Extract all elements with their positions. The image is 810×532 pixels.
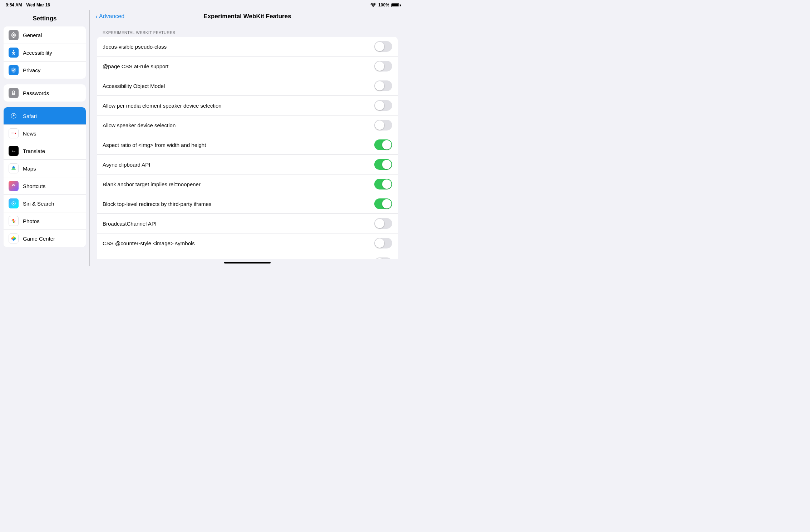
toggle-knob-allow-speaker bbox=[375, 120, 384, 130]
settings-row-page-css: @page CSS at-rule support bbox=[97, 56, 398, 76]
settings-row-focus-visible: :focus-visible pseudo-class bbox=[97, 37, 398, 56]
toggle-knob-css-counter bbox=[375, 258, 384, 259]
feature-label-block-top-level: Block top-level redirects by third-party… bbox=[103, 201, 211, 207]
home-bar bbox=[90, 259, 405, 266]
toggle-page-css[interactable] bbox=[374, 61, 392, 72]
settings-row-accessibility-object-model: Accessibility Object Model bbox=[97, 76, 398, 96]
svg-point-21 bbox=[13, 238, 15, 241]
settings-row-aspect-ratio-img: Aspect ratio of <img> from width and hei… bbox=[97, 135, 398, 155]
feature-label-accessibility-object-model: Accessibility Object Model bbox=[103, 83, 165, 89]
shortcuts-icon bbox=[9, 181, 19, 191]
settings-row-css-counter-image: CSS @counter-style <image> symbols bbox=[97, 233, 398, 253]
translate-icon: Aa bbox=[9, 146, 19, 156]
settings-row-block-top-level: Block top-level redirects by third-party… bbox=[97, 194, 398, 214]
toggle-aspect-ratio-img[interactable] bbox=[374, 139, 392, 150]
status-date: Wed Mar 16 bbox=[26, 3, 50, 8]
sidebar-item-label-safari: Safari bbox=[23, 113, 37, 119]
svg-point-12 bbox=[13, 219, 14, 220]
sidebar-item-label-photos: Photos bbox=[23, 218, 40, 224]
feature-label-blank-anchor: Blank anchor target implies rel=noopener bbox=[103, 181, 201, 187]
toggle-knob-page-css bbox=[375, 61, 384, 71]
main-layout: Settings General bbox=[0, 10, 405, 266]
battery-icon bbox=[391, 3, 399, 8]
toggle-focus-visible[interactable] bbox=[374, 41, 392, 52]
feature-label-page-css: @page CSS at-rule support bbox=[103, 63, 169, 69]
status-bar-left: 9:54 AM Wed Mar 16 bbox=[6, 3, 50, 8]
sidebar-item-accessibility[interactable]: Accessibility bbox=[4, 44, 86, 61]
feature-label-broadcast-channel: BroadcastChannel API bbox=[103, 221, 157, 227]
toggle-knob-css-counter-image bbox=[375, 238, 384, 248]
passwords-icon bbox=[9, 88, 19, 98]
battery-percentage: 100% bbox=[378, 3, 389, 8]
wifi-icon bbox=[370, 3, 376, 8]
settings-row-css-counter: CSS @counter-style bbox=[97, 253, 398, 259]
sidebar-item-label-accessibility: Accessibility bbox=[23, 50, 52, 56]
svg-point-15 bbox=[14, 221, 16, 221]
safari-icon bbox=[9, 111, 19, 121]
right-header-title: Experimental WebKit Features bbox=[203, 13, 291, 20]
sidebar-item-siri[interactable]: Siri & Search bbox=[4, 195, 86, 212]
toggle-broadcast-channel[interactable] bbox=[374, 218, 392, 229]
svg-point-13 bbox=[13, 222, 14, 223]
sidebar-item-safari[interactable]: Safari bbox=[4, 107, 86, 125]
sidebar-item-label-gamecenter: Game Center bbox=[23, 236, 55, 242]
sidebar-item-news[interactable]: News bbox=[4, 125, 86, 142]
toggle-knob-focus-visible bbox=[375, 42, 384, 51]
sidebar-item-label-privacy: Privacy bbox=[23, 67, 40, 73]
sidebar-title: Settings bbox=[0, 14, 89, 26]
sidebar-item-maps[interactable]: Maps bbox=[4, 160, 86, 177]
toggle-async-clipboard[interactable] bbox=[374, 159, 392, 170]
feature-label-css-counter-image: CSS @counter-style <image> symbols bbox=[103, 240, 195, 246]
sidebar-item-photos[interactable]: Photos bbox=[4, 212, 86, 230]
photos-icon bbox=[9, 216, 19, 226]
svg-point-3 bbox=[13, 94, 14, 94]
svg-point-14 bbox=[11, 221, 13, 221]
status-bar-right: 100% bbox=[370, 3, 399, 8]
right-header: ‹ Advanced Experimental WebKit Features bbox=[90, 10, 405, 23]
toggle-knob-async-clipboard bbox=[382, 160, 391, 169]
gamecenter-icon bbox=[9, 233, 19, 243]
toggle-css-counter[interactable] bbox=[374, 257, 392, 259]
content-area: EXPERIMENTAL WEBKIT FEATURES :focus-visi… bbox=[90, 23, 405, 259]
section-header: EXPERIMENTAL WEBKIT FEATURES bbox=[97, 30, 398, 35]
toggle-knob-broadcast-channel bbox=[375, 219, 384, 228]
toggle-blank-anchor[interactable] bbox=[374, 179, 392, 189]
settings-row-broadcast-channel: BroadcastChannel API bbox=[97, 214, 398, 233]
settings-row-blank-anchor: Blank anchor target implies rel=noopener bbox=[97, 174, 398, 194]
news-icon bbox=[9, 128, 19, 138]
toggle-accessibility-object-model[interactable] bbox=[374, 80, 392, 91]
sidebar-item-privacy[interactable]: Privacy bbox=[4, 61, 86, 79]
webkit-features-group: :focus-visible pseudo-class@page CSS at-… bbox=[97, 37, 398, 259]
feature-label-aspect-ratio-img: Aspect ratio of <img> from width and hei… bbox=[103, 142, 206, 148]
accessibility-icon bbox=[9, 48, 19, 58]
sidebar-item-translate[interactable]: Aa Translate bbox=[4, 142, 86, 160]
sidebar-item-gamecenter[interactable]: Game Center bbox=[4, 230, 86, 247]
toggle-knob-allow-per-media bbox=[375, 101, 384, 110]
feature-label-allow-speaker: Allow speaker device selection bbox=[103, 122, 176, 128]
sidebar-item-label-maps: Maps bbox=[23, 166, 36, 172]
sidebar-group-3: Safari News Aa Translate bbox=[4, 107, 86, 247]
toggle-knob-block-top-level bbox=[382, 199, 391, 208]
sidebar-group-2: Passwords bbox=[4, 84, 86, 102]
status-time: 9:54 AM bbox=[6, 3, 22, 8]
svg-point-1 bbox=[13, 50, 14, 51]
sidebar-item-general[interactable]: General bbox=[4, 26, 86, 44]
back-label: Advanced bbox=[99, 13, 124, 20]
feature-label-async-clipboard: Async clipboard API bbox=[103, 162, 150, 168]
sidebar-item-passwords[interactable]: Passwords bbox=[4, 84, 86, 102]
sidebar-item-shortcuts[interactable]: Shortcuts bbox=[4, 177, 86, 195]
right-panel: ‹ Advanced Experimental WebKit Features … bbox=[89, 10, 405, 266]
back-button[interactable]: ‹ Advanced bbox=[95, 13, 124, 20]
back-chevron-icon: ‹ bbox=[95, 13, 98, 20]
toggle-block-top-level[interactable] bbox=[374, 198, 392, 209]
home-bar-indicator bbox=[224, 262, 271, 263]
toggle-css-counter-image[interactable] bbox=[374, 238, 392, 248]
svg-point-0 bbox=[13, 34, 15, 36]
sidebar: Settings General bbox=[0, 10, 89, 266]
feature-label-focus-visible: :focus-visible pseudo-class bbox=[103, 44, 167, 50]
toggle-allow-speaker[interactable] bbox=[374, 120, 392, 130]
toggle-allow-per-media[interactable] bbox=[374, 100, 392, 111]
settings-row-async-clipboard: Async clipboard API bbox=[97, 155, 398, 174]
svg-point-11 bbox=[13, 220, 14, 222]
status-bar: 9:54 AM Wed Mar 16 100% bbox=[0, 0, 405, 10]
